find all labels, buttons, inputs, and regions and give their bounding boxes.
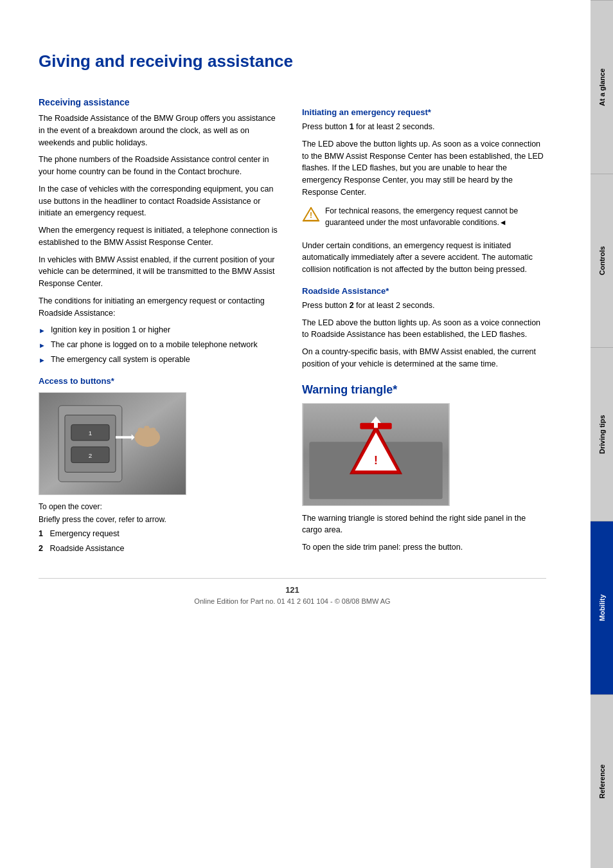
left-para-5: In vehicles with BMW Assist enabled, if … [39, 254, 283, 290]
emergency-heading: Initiating an emergency request* [302, 107, 546, 117]
warning-triangle-icon: ! [302, 205, 320, 225]
svg-text:1: 1 [89, 429, 92, 437]
tab-controls[interactable]: Controls [591, 174, 613, 347]
img-caption-1: To open the cover: [39, 502, 283, 512]
warning-triangle-section: Warning triangle* [302, 383, 546, 554]
tab-at-a-glance[interactable]: At a glance [591, 0, 613, 174]
svg-text:2: 2 [89, 451, 92, 458]
right-column: Initiating an emergency request* Press b… [302, 97, 546, 559]
triangle-para-2: To open the side trim panel: press the b… [302, 541, 546, 554]
list-item: ► The car phone is logged on to a mobile… [39, 339, 283, 351]
roadside-para-2: The LED above the button lights up. As s… [302, 317, 546, 341]
list-item: ► The emergency call system is operable [39, 354, 283, 366]
bullet-arrow-icon: ► [39, 340, 46, 351]
footer: 121 Online Edition for Part no. 01 41 2 … [39, 578, 546, 605]
tab-reference[interactable]: Reference [591, 694, 613, 868]
warning-box: ! For technical reasons, the emergency r… [302, 205, 546, 233]
access-buttons-heading: Access to buttons* [39, 376, 283, 386]
footer-reference: Online Edition for Part no. 01 41 2 601 … [39, 597, 546, 605]
svg-rect-10 [150, 428, 155, 440]
emergency-para-2: The LED above the button lights up. As s… [302, 138, 546, 199]
post-warning-text: Under certain conditions, an emergency r… [302, 240, 546, 276]
svg-rect-8 [138, 428, 143, 440]
side-tabs: At a glance Controls Driving tips Mobili… [591, 0, 613, 868]
page-number: 121 [39, 585, 546, 595]
warning-triangle-image: ! [302, 403, 450, 506]
bullet-arrow-icon: ► [39, 325, 46, 336]
img-caption-2: Briefly press the cover, refer to arrow. [39, 514, 283, 525]
tab-mobility[interactable]: Mobility [591, 521, 613, 694]
svg-text:!: ! [310, 211, 312, 220]
numbered-item-2: 2 Roadside Assistance [39, 543, 283, 555]
receiving-assistance-heading: Receiving assistance [39, 97, 283, 107]
left-para-4: When the emergency request is initiated,… [39, 224, 283, 249]
left-para-3: In the case of vehicles with the corresp… [39, 183, 283, 219]
numbered-item-1: 1 Emergency request [39, 528, 283, 540]
left-para-2: The phone numbers of the Roadside Assist… [39, 154, 283, 178]
tab-driving-tips[interactable]: Driving tips [591, 347, 613, 521]
bullet-arrow-icon: ► [39, 355, 46, 366]
page-title: Giving and receiving assistance [39, 51, 546, 78]
svg-rect-9 [144, 426, 149, 440]
left-column: Receiving assistance The Roadside Assist… [39, 97, 283, 559]
list-item: ► Ignition key in position 1 or higher [39, 324, 283, 336]
svg-text:!: ! [374, 453, 378, 466]
triangle-para-1: The warning triangle is stored behind th… [302, 512, 546, 537]
left-para-1: The Roadside Assistance of the BMW Group… [39, 113, 283, 149]
warning-text: For technical reasons, the emergency req… [325, 205, 546, 228]
roadside-heading: Roadside Assistance* [302, 286, 546, 296]
car-interior-image: 1 2 [39, 392, 186, 495]
emergency-para-1: Press button 1 for at least 2 seconds. [302, 121, 546, 133]
roadside-para-1: Press button 2 for at least 2 seconds. [302, 300, 546, 312]
roadside-para-3: On a country-specific basis, with BMW As… [302, 346, 546, 370]
warning-triangle-title: Warning triangle* [302, 383, 546, 397]
conditions-list: ► Ignition key in position 1 or higher ►… [39, 324, 283, 365]
left-para-6: The conditions for initiating an emergen… [39, 295, 283, 320]
svg-rect-2 [65, 415, 116, 472]
